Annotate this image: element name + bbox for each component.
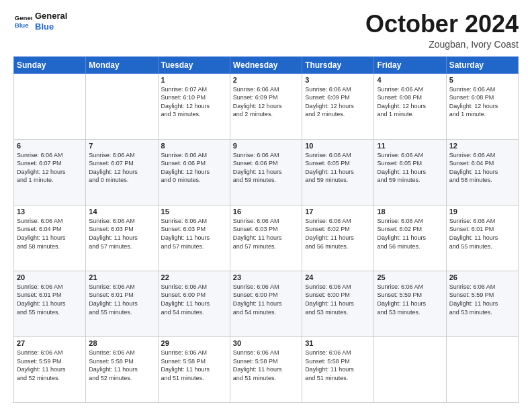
day-info: Sunrise: 6:06 AM Sunset: 6:00 PM Dayligh…: [233, 283, 299, 316]
day-number: 29: [161, 339, 227, 347]
calendar-cell: 24Sunrise: 6:06 AM Sunset: 6:00 PM Dayli…: [302, 271, 374, 336]
calendar-cell: 3Sunrise: 6:06 AM Sunset: 6:09 PM Daylig…: [302, 73, 374, 139]
calendar-cell: 6Sunrise: 6:06 AM Sunset: 6:07 PM Daylig…: [14, 139, 86, 205]
calendar-cell: 4Sunrise: 6:06 AM Sunset: 6:08 PM Daylig…: [374, 73, 446, 139]
calendar-cell: 13Sunrise: 6:06 AM Sunset: 6:04 PM Dayli…: [14, 205, 86, 271]
calendar-cell: 1Sunrise: 6:07 AM Sunset: 6:10 PM Daylig…: [158, 73, 230, 139]
location-subtitle: Zougban, Ivory Coast: [365, 39, 519, 50]
day-number: 9: [233, 142, 299, 150]
header: General Blue General Blue October 2024 Z…: [13, 11, 519, 50]
day-number: 3: [305, 76, 371, 84]
day-number: 10: [305, 142, 371, 150]
calendar-cell: 10Sunrise: 6:06 AM Sunset: 6:05 PM Dayli…: [302, 139, 374, 205]
logo: General Blue General Blue: [13, 11, 67, 32]
weekday-header-monday: Monday: [86, 56, 158, 73]
day-number: 4: [377, 76, 443, 84]
day-number: 11: [377, 142, 443, 150]
calendar-cell: 9Sunrise: 6:06 AM Sunset: 6:06 PM Daylig…: [230, 139, 302, 205]
day-info: Sunrise: 6:06 AM Sunset: 5:59 PM Dayligh…: [17, 349, 83, 382]
week-row-4: 20Sunrise: 6:06 AM Sunset: 6:01 PM Dayli…: [14, 271, 519, 336]
day-info: Sunrise: 6:06 AM Sunset: 6:08 PM Dayligh…: [449, 85, 515, 119]
day-number: 30: [233, 339, 299, 347]
calendar-cell: 29Sunrise: 6:06 AM Sunset: 5:58 PM Dayli…: [158, 336, 230, 402]
logo-blue: Blue: [35, 21, 67, 32]
calendar-cell: 18Sunrise: 6:06 AM Sunset: 6:02 PM Dayli…: [374, 205, 446, 271]
calendar-cell: 15Sunrise: 6:06 AM Sunset: 6:03 PM Dayli…: [158, 205, 230, 271]
day-number: 14: [89, 208, 154, 216]
calendar-cell: [446, 336, 518, 402]
week-row-1: 1Sunrise: 6:07 AM Sunset: 6:10 PM Daylig…: [14, 73, 519, 139]
day-number: 8: [161, 142, 227, 150]
day-number: 17: [305, 208, 371, 216]
day-number: 21: [89, 273, 154, 281]
calendar-cell: 5Sunrise: 6:06 AM Sunset: 6:08 PM Daylig…: [446, 73, 518, 139]
day-info: Sunrise: 6:06 AM Sunset: 6:05 PM Dayligh…: [377, 151, 443, 185]
day-info: Sunrise: 6:06 AM Sunset: 5:58 PM Dayligh…: [233, 349, 299, 382]
week-row-3: 13Sunrise: 6:06 AM Sunset: 6:04 PM Dayli…: [14, 205, 519, 271]
logo-general: General: [35, 11, 67, 21]
week-row-5: 27Sunrise: 6:06 AM Sunset: 5:59 PM Dayli…: [14, 336, 519, 402]
svg-text:Blue: Blue: [15, 21, 29, 28]
day-info: Sunrise: 6:06 AM Sunset: 6:03 PM Dayligh…: [161, 217, 227, 250]
weekday-header-wednesday: Wednesday: [230, 56, 302, 73]
day-info: Sunrise: 6:06 AM Sunset: 5:59 PM Dayligh…: [377, 283, 443, 316]
weekday-header-friday: Friday: [374, 56, 446, 73]
day-info: Sunrise: 6:06 AM Sunset: 6:04 PM Dayligh…: [449, 151, 515, 185]
day-info: Sunrise: 6:06 AM Sunset: 6:09 PM Dayligh…: [233, 85, 299, 119]
day-info: Sunrise: 6:06 AM Sunset: 6:09 PM Dayligh…: [305, 85, 371, 119]
day-info: Sunrise: 6:06 AM Sunset: 6:00 PM Dayligh…: [161, 283, 227, 316]
calendar-cell: 21Sunrise: 6:06 AM Sunset: 6:01 PM Dayli…: [86, 271, 158, 336]
day-info: Sunrise: 6:06 AM Sunset: 6:03 PM Dayligh…: [233, 217, 299, 250]
calendar-cell: 19Sunrise: 6:06 AM Sunset: 6:01 PM Dayli…: [446, 205, 518, 271]
calendar-cell: 11Sunrise: 6:06 AM Sunset: 6:05 PM Dayli…: [374, 139, 446, 205]
day-info: Sunrise: 6:06 AM Sunset: 6:00 PM Dayligh…: [305, 283, 371, 316]
day-info: Sunrise: 6:06 AM Sunset: 5:58 PM Dayligh…: [161, 349, 227, 382]
calendar-cell: 2Sunrise: 6:06 AM Sunset: 6:09 PM Daylig…: [230, 73, 302, 139]
day-number: 20: [17, 273, 83, 281]
calendar-cell: 22Sunrise: 6:06 AM Sunset: 6:00 PM Dayli…: [158, 271, 230, 336]
day-number: 18: [377, 208, 443, 216]
svg-text:General: General: [15, 14, 32, 21]
day-number: 7: [89, 142, 154, 150]
calendar-cell: 25Sunrise: 6:06 AM Sunset: 5:59 PM Dayli…: [374, 271, 446, 336]
calendar-cell: [14, 73, 86, 139]
calendar-cell: 30Sunrise: 6:06 AM Sunset: 5:58 PM Dayli…: [230, 336, 302, 402]
day-info: Sunrise: 6:06 AM Sunset: 6:05 PM Dayligh…: [305, 151, 371, 185]
day-info: Sunrise: 6:06 AM Sunset: 6:08 PM Dayligh…: [377, 85, 443, 119]
day-number: 2: [233, 76, 299, 84]
calendar-cell: [374, 336, 446, 402]
day-info: Sunrise: 6:06 AM Sunset: 6:06 PM Dayligh…: [233, 151, 299, 185]
day-info: Sunrise: 6:06 AM Sunset: 6:01 PM Dayligh…: [449, 217, 515, 250]
day-info: Sunrise: 6:06 AM Sunset: 5:58 PM Dayligh…: [89, 349, 154, 382]
day-number: 12: [449, 142, 515, 150]
calendar-cell: 14Sunrise: 6:06 AM Sunset: 6:03 PM Dayli…: [86, 205, 158, 271]
week-row-2: 6Sunrise: 6:06 AM Sunset: 6:07 PM Daylig…: [14, 139, 519, 205]
calendar-cell: 28Sunrise: 6:06 AM Sunset: 5:58 PM Dayli…: [86, 336, 158, 402]
title-block: October 2024 Zougban, Ivory Coast: [365, 11, 519, 50]
weekday-header-sunday: Sunday: [14, 56, 86, 73]
day-info: Sunrise: 6:06 AM Sunset: 6:01 PM Dayligh…: [17, 283, 83, 316]
day-info: Sunrise: 6:06 AM Sunset: 5:58 PM Dayligh…: [305, 349, 371, 382]
day-number: 31: [305, 339, 371, 347]
day-info: Sunrise: 6:06 AM Sunset: 6:07 PM Dayligh…: [89, 151, 154, 185]
day-number: 19: [449, 208, 515, 216]
calendar-cell: 26Sunrise: 6:06 AM Sunset: 5:59 PM Dayli…: [446, 271, 518, 336]
day-number: 5: [449, 76, 515, 84]
calendar-table: SundayMondayTuesdayWednesdayThursdayFrid…: [13, 56, 519, 403]
day-info: Sunrise: 6:06 AM Sunset: 6:02 PM Dayligh…: [305, 217, 371, 250]
day-number: 26: [449, 273, 515, 281]
calendar-cell: 17Sunrise: 6:06 AM Sunset: 6:02 PM Dayli…: [302, 205, 374, 271]
day-number: 6: [17, 142, 83, 150]
day-number: 1: [161, 76, 227, 84]
day-info: Sunrise: 6:07 AM Sunset: 6:10 PM Dayligh…: [161, 85, 227, 119]
day-info: Sunrise: 6:06 AM Sunset: 6:01 PM Dayligh…: [89, 283, 154, 316]
day-info: Sunrise: 6:06 AM Sunset: 6:03 PM Dayligh…: [89, 217, 154, 250]
weekday-header-thursday: Thursday: [302, 56, 374, 73]
calendar-cell: 20Sunrise: 6:06 AM Sunset: 6:01 PM Dayli…: [14, 271, 86, 336]
day-number: 23: [233, 273, 299, 281]
weekday-header-saturday: Saturday: [446, 56, 518, 73]
weekday-header-tuesday: Tuesday: [158, 56, 230, 73]
day-info: Sunrise: 6:06 AM Sunset: 5:59 PM Dayligh…: [449, 283, 515, 316]
page: General Blue General Blue October 2024 Z…: [0, 0, 532, 411]
day-number: 22: [161, 273, 227, 281]
